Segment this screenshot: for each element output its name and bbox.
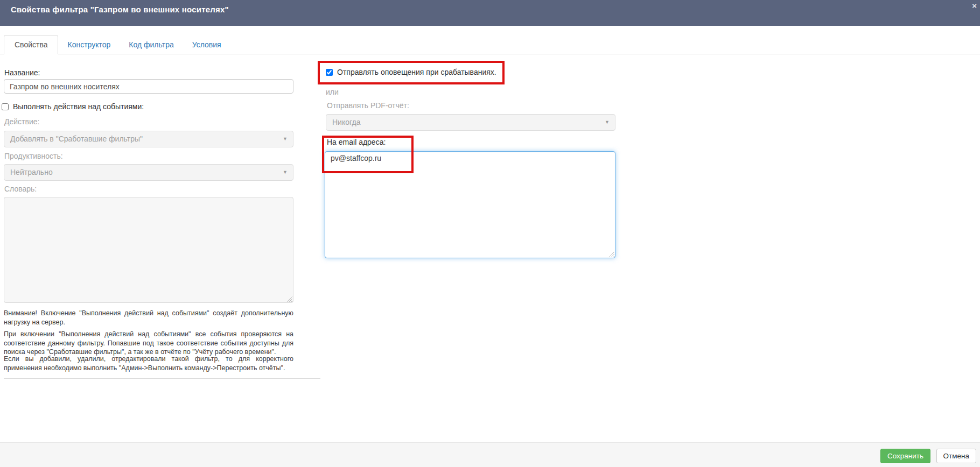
productivity-select[interactable]: Нейтрально ▼ [4, 164, 293, 181]
section-divider [4, 378, 320, 379]
pdf-report-select[interactable]: Никогда ▼ [326, 114, 615, 131]
filter-name-input[interactable] [4, 79, 293, 94]
rebuild-reports-info-text: Если вы добавили, удалили, отредактирова… [4, 355, 293, 372]
send-notifications-label: Отправлять оповещения при срабатываниях. [337, 68, 496, 76]
dictionary-label: Словарь: [4, 185, 37, 193]
chevron-down-icon: ▼ [605, 119, 610, 125]
save-button[interactable]: Сохранить [880, 449, 930, 463]
dialog-header: Свойства фильтра "Газпром во внешних нос… [0, 0, 980, 26]
tab-constructor[interactable]: Конструктор [58, 35, 120, 54]
perform-actions-label: Выполнять действия над событиями: [13, 102, 144, 111]
action-label: Действие: [4, 117, 39, 126]
send-notifications-checkbox[interactable] [326, 69, 333, 76]
dictionary-textarea[interactable] [4, 197, 293, 303]
dialog-title: Свойства фильтра "Газпром во внешних нос… [11, 5, 229, 14]
or-label: или [326, 88, 339, 96]
server-load-warning-text: Внимание! Включение "Выполнения действий… [4, 309, 293, 327]
name-label: Название: [4, 68, 40, 77]
email-addresses-label: На email адреса: [327, 138, 386, 146]
chevron-down-icon: ▼ [283, 136, 288, 141]
perform-actions-checkbox-row[interactable]: Выполнять действия над событиями: [2, 102, 144, 111]
action-select[interactable]: Добавлять в "Сработавшие фильтры" ▼ [4, 131, 293, 147]
action-select-value: Добавлять в "Сработавшие фильтры" [10, 135, 143, 143]
email-addresses-textarea[interactable]: pv@staffcop.ru [325, 151, 615, 258]
perform-actions-checkbox[interactable] [2, 103, 9, 110]
chevron-down-icon: ▼ [283, 169, 288, 175]
cancel-button[interactable]: Отмена [936, 449, 976, 463]
tab-bar: Свойства Конструктор Код фильтра Условия [0, 26, 980, 54]
productivity-label: Продуктивность: [4, 152, 63, 160]
tab-filter-code[interactable]: Код фильтра [120, 35, 183, 54]
filter-matching-info-text: При включении "Выполнения действий над с… [4, 330, 293, 357]
tab-conditions[interactable]: Условия [183, 35, 230, 54]
pdf-report-label: Отправлять PDF-отчёт: [327, 101, 409, 110]
pdf-report-select-value: Никогда [332, 118, 360, 126]
send-notifications-checkbox-row[interactable]: Отправлять оповещения при срабатываниях. [326, 68, 496, 76]
close-icon[interactable]: × [972, 2, 977, 10]
dialog-footer: Сохранить Отмена [0, 442, 980, 467]
tab-properties[interactable]: Свойства [4, 35, 58, 54]
productivity-select-value: Нейтрально [10, 168, 53, 176]
